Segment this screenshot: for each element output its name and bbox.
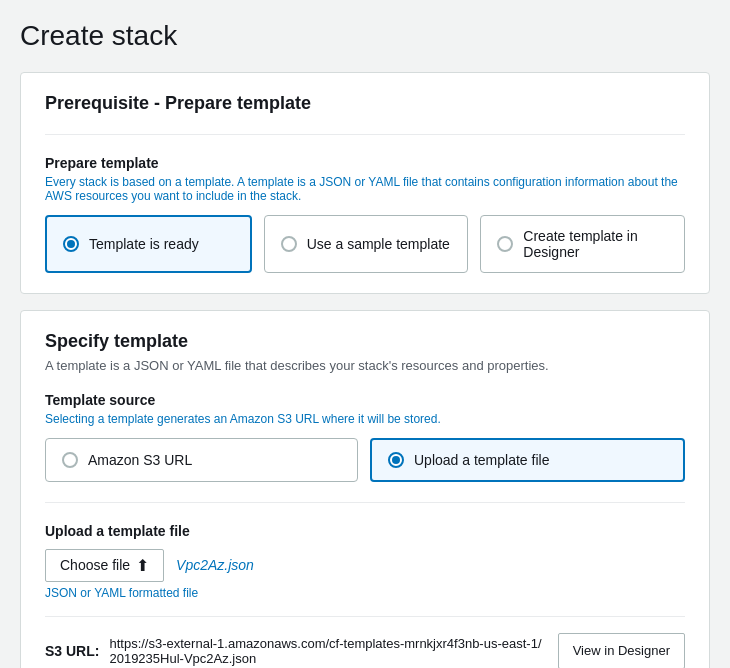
option-template-ready[interactable]: Template is ready: [45, 215, 252, 273]
prepare-template-card: Prerequisite - Prepare template Prepare …: [20, 72, 710, 294]
specify-template-title: Specify template: [45, 331, 685, 352]
specify-template-subtitle: A template is a JSON or YAML file that d…: [45, 356, 685, 376]
choose-file-row: Choose file ⬆ Vpc2Az.json: [45, 549, 685, 582]
prepare-template-options: Template is ready Use a sample template …: [45, 215, 685, 273]
choose-file-button[interactable]: Choose file ⬆: [45, 549, 164, 582]
option-amazon-s3-label: Amazon S3 URL: [88, 452, 192, 468]
option-template-ready-label: Template is ready: [89, 236, 199, 252]
choose-file-label: Choose file: [60, 557, 130, 573]
option-sample-template[interactable]: Use a sample template: [264, 215, 469, 273]
option-upload-template-label: Upload a template file: [414, 452, 549, 468]
prepare-template-desc: Every stack is based on a template. A te…: [45, 175, 685, 203]
radio-sample-template: [281, 236, 297, 252]
option-designer-template-label: Create template in Designer: [523, 228, 668, 260]
radio-template-ready: [63, 236, 79, 252]
option-sample-template-label: Use a sample template: [307, 236, 450, 252]
view-in-designer-button[interactable]: View in Designer: [558, 633, 685, 669]
radio-upload-template: [388, 452, 404, 468]
option-designer-template[interactable]: Create template in Designer: [480, 215, 685, 273]
option-upload-template[interactable]: Upload a template file: [370, 438, 685, 482]
s3-url-row: S3 URL: https://s3-external-1.amazonaws.…: [45, 616, 685, 669]
specify-template-card: Specify template A template is a JSON or…: [20, 310, 710, 668]
chosen-filename: Vpc2Az.json: [176, 557, 254, 573]
file-format-hint: JSON or YAML formatted file: [45, 586, 685, 600]
upload-section-label: Upload a template file: [45, 523, 685, 539]
prepare-template-title: Prerequisite - Prepare template: [45, 93, 685, 114]
radio-designer-template: [497, 236, 513, 252]
upload-icon: ⬆: [136, 556, 149, 575]
s3-url-label: S3 URL:: [45, 643, 99, 659]
template-source-label: Template source: [45, 392, 685, 408]
template-source-desc: Selecting a template generates an Amazon…: [45, 412, 685, 426]
prepare-template-label: Prepare template: [45, 155, 685, 171]
s3-url-value: https://s3-external-1.amazonaws.com/cf-t…: [109, 636, 547, 666]
template-source-options: Amazon S3 URL Upload a template file: [45, 438, 685, 482]
option-amazon-s3[interactable]: Amazon S3 URL: [45, 438, 358, 482]
radio-amazon-s3: [62, 452, 78, 468]
template-source-section: Template source Selecting a template gen…: [45, 392, 685, 482]
page-title: Create stack: [20, 20, 710, 52]
